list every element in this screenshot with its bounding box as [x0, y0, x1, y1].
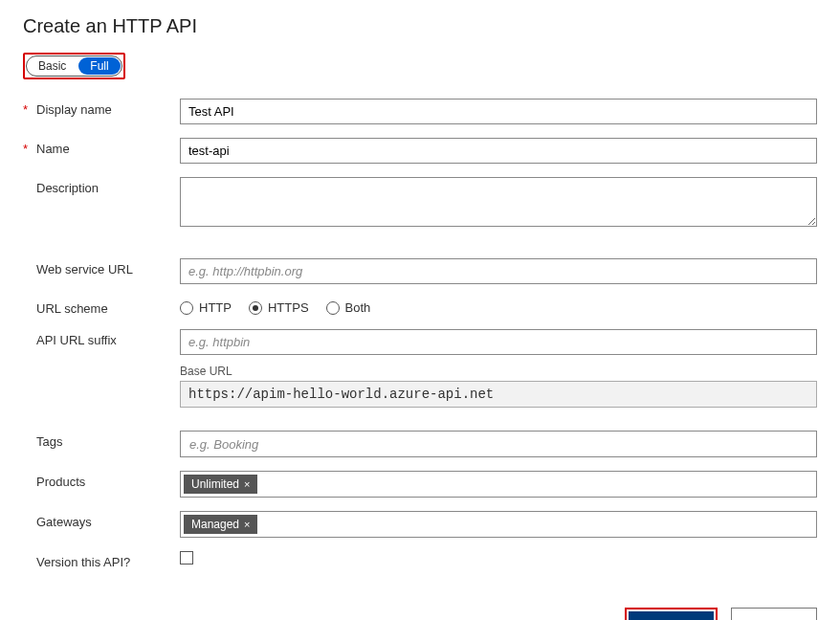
toggle-basic[interactable]: Basic: [27, 56, 77, 76]
api-url-suffix-label: API URL suffix: [36, 333, 117, 347]
remove-icon[interactable]: ×: [244, 478, 250, 490]
remove-icon[interactable]: ×: [244, 519, 250, 530]
name-label: Name: [36, 142, 70, 156]
name-input[interactable]: [180, 138, 817, 164]
display-name-label: Display name: [36, 102, 112, 117]
gateways-label: Gateways: [36, 515, 92, 529]
display-name-input[interactable]: [180, 99, 817, 124]
gateway-chip[interactable]: Managed×: [184, 515, 257, 534]
tags-label: Tags: [36, 434, 62, 449]
base-url-label: Base URL: [180, 365, 817, 378]
products-input[interactable]: Unlimited×: [180, 471, 817, 498]
product-chip[interactable]: Unlimited×: [184, 475, 257, 494]
tags-input[interactable]: e.g. Booking: [180, 431, 817, 457]
description-input[interactable]: [180, 177, 817, 227]
description-label: Description: [36, 181, 99, 195]
required-mark: *: [23, 142, 31, 156]
web-service-url-label: Web service URL: [36, 262, 133, 277]
toggle-full[interactable]: Full: [78, 57, 120, 75]
gateways-input[interactable]: Managed×: [180, 511, 817, 538]
radio-both[interactable]: Both: [326, 300, 371, 315]
api-url-suffix-input[interactable]: [180, 329, 817, 355]
products-label: Products: [36, 475, 85, 489]
page-title: Create an HTTP API: [23, 15, 817, 37]
web-service-url-input[interactable]: [180, 258, 817, 284]
radio-http[interactable]: HTTP: [180, 300, 232, 315]
url-scheme-label: URL scheme: [36, 301, 108, 316]
radio-https[interactable]: HTTPS: [249, 300, 309, 315]
create-button[interactable]: Create: [629, 611, 714, 620]
base-url-value: https://apim-hello-world.azure-api.net: [180, 381, 817, 408]
version-label: Version this API?: [36, 555, 130, 569]
version-checkbox[interactable]: [180, 551, 193, 565]
required-mark: *: [23, 102, 31, 117]
cancel-button[interactable]: Cancel: [731, 608, 817, 620]
view-toggle[interactable]: Basic Full: [26, 55, 122, 77]
